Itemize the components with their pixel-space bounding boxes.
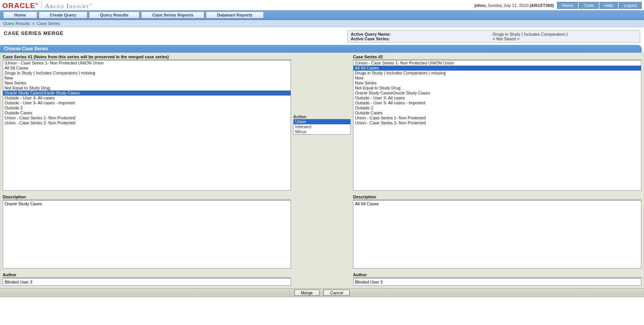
cancel-button[interactable]: Cancel [324, 290, 350, 296]
list-item[interactable]: All 56 Cases [3, 66, 291, 71]
list-item[interactable]: New Series [353, 81, 641, 86]
action-column: Action UnionIntersectMinus [293, 53, 351, 286]
list-item[interactable]: Outside 2 [353, 106, 641, 111]
top-link-help[interactable]: Help [600, 2, 618, 9]
list-item[interactable]: (Union - Case Series 1- Non Protected UN… [353, 61, 641, 66]
right-author-label: Author [353, 272, 641, 278]
info-val-case-series: < Not Saved > [493, 36, 519, 41]
logo-block: ORACLE® Argus Insight™ [2, 1, 92, 10]
right-desc-label: Description [353, 195, 641, 200]
case-series-1-listbox[interactable]: (Union - Case Series 1- Non Protected UN… [3, 60, 291, 191]
list-item[interactable]: Outside Cases [353, 111, 641, 115]
left-description-input[interactable] [3, 200, 291, 269]
user-info: johns, Sunday July 11, 2010 (AI51ST360) [474, 3, 554, 8]
app-header: ORACLE® Argus Insight™ johns, Sunday Jul… [0, 0, 644, 10]
info-label-case-series: Active Case Series: [351, 36, 493, 41]
list-item[interactable]: (Union - Case Series 1- Non Protected UN… [3, 61, 291, 66]
menu-create-query[interactable]: Create Query [39, 12, 87, 18]
merge-button[interactable]: Merge [294, 290, 319, 296]
breadcrumb: Query Results > Case Series [0, 20, 644, 27]
menu-home[interactable]: Home [3, 12, 37, 18]
page-title-row: CASE SERIES MERGE Active Query Name: Dru… [0, 27, 644, 45]
right-author-input[interactable] [353, 278, 641, 286]
info-label-query-name: Active Query Name: [351, 32, 493, 36]
left-desc-label: Description [3, 195, 291, 200]
logo-divider [41, 1, 42, 8]
action-title: Action [293, 114, 351, 119]
menu-case-series-reports[interactable]: Case Series Reports [141, 12, 204, 18]
list-item[interactable]: New [353, 76, 641, 81]
list-item[interactable]: Outside 2 [3, 106, 291, 111]
oracle-logo: ORACLE® [2, 2, 38, 10]
right-list-title: Case Series #2 [353, 54, 641, 60]
list-item[interactable]: Oracle Study CasesOracle Study Cases [3, 91, 291, 96]
top-link-tools[interactable]: Tools [579, 2, 599, 9]
list-item[interactable]: Drugs in Study ( Includes Comparators ) … [353, 71, 641, 76]
case-series-2-listbox[interactable]: (Union - Case Series 1- Non Protected UN… [353, 60, 641, 191]
list-item[interactable]: Outside - User 3- All cases - Imported [353, 101, 641, 106]
list-item[interactable]: Intersect [294, 124, 350, 129]
left-author-label: Author [3, 272, 291, 278]
list-item[interactable]: Union - Case Series 2- Non Protected [353, 120, 641, 125]
top-link-home[interactable]: Home [557, 2, 578, 9]
right-description-input[interactable] [353, 200, 641, 269]
list-item[interactable]: Not Equal to Study Drug [3, 86, 291, 91]
page-title: CASE SERIES MERGE [4, 30, 64, 36]
breadcrumb-sep: > [32, 21, 34, 26]
list-item[interactable]: New [3, 76, 291, 81]
product-name: Argus Insight™ [45, 3, 92, 10]
info-box: Active Query Name: Drugs in Study ( Incl… [347, 30, 640, 43]
left-author-input[interactable] [3, 278, 291, 286]
info-val-query-name: Drugs in Study ( Includes Comparators ) [493, 32, 568, 36]
top-link-logout[interactable]: Logout [619, 2, 642, 9]
list-item[interactable]: Union [294, 119, 350, 124]
header-right: johns, Sunday July 11, 2010 (AI51ST360) … [474, 2, 642, 9]
list-item[interactable]: New Series [3, 81, 291, 86]
list-item[interactable]: Minus [294, 129, 350, 134]
list-item[interactable]: Union - Case Series 1- Non Protected [353, 115, 641, 120]
list-item[interactable]: Outside Cases [3, 111, 291, 115]
left-column: Case Series #1 (Notes from this series w… [0, 53, 293, 286]
list-item[interactable]: Union - Case Series 2- Non Protected [3, 120, 291, 125]
right-column: Case Series #2 (Union - Case Series 1- N… [351, 53, 644, 286]
list-item[interactable]: Drugs in Study ( Includes Comparators ) … [3, 71, 291, 76]
list-item[interactable]: All 56 Cases [353, 66, 641, 71]
list-item[interactable]: Outside - User 3- All cases [353, 96, 641, 101]
list-item[interactable]: Oracle Study CasesOracle Study Cases [353, 91, 641, 96]
work-area: Case Series #1 (Notes from this series w… [0, 53, 644, 297]
section-header: Choose Case Series [0, 45, 642, 53]
left-list-title: Case Series #1 (Notes from this series w… [3, 54, 291, 60]
breadcrumb-query-results[interactable]: Query Results [3, 21, 30, 26]
menu-bar: Home Create Query Query Results Case Ser… [0, 10, 644, 20]
footer-bar: Merge Cancel [0, 288, 644, 297]
menu-datamart-reports[interactable]: Datamart Reports [206, 12, 263, 18]
menu-query-results[interactable]: Query Results [89, 12, 140, 18]
list-item[interactable]: Outside - User 3- All cases - Imported [3, 101, 291, 106]
breadcrumb-case-series[interactable]: Case Series [37, 21, 60, 26]
list-item[interactable]: Union - Case Series 1- Non Protected [3, 115, 291, 120]
list-item[interactable]: Outside - User 3- All cases [3, 96, 291, 101]
list-item[interactable]: Not Equal to Study Drug [353, 86, 641, 91]
top-links: Home Tools Help Logout [557, 2, 642, 9]
action-listbox[interactable]: UnionIntersectMinus [293, 119, 351, 135]
